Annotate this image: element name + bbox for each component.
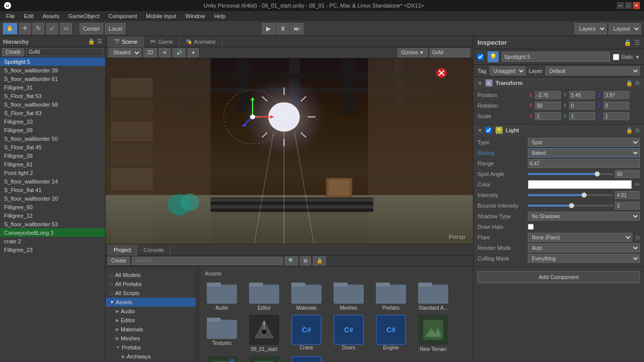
tab-scene[interactable]: 🎬 Scene bbox=[108, 36, 144, 47]
hierarchy-item[interactable]: S_Floor_flat 83 bbox=[0, 109, 105, 117]
project-create-btn[interactable]: Create bbox=[108, 257, 130, 265]
tree-archways[interactable]: ▶ Archways bbox=[118, 352, 196, 361]
menu-mobile-input[interactable]: Mobile Input bbox=[142, 13, 180, 20]
tree-meshes[interactable]: ▶ Meshes bbox=[112, 334, 196, 343]
scale-z-input[interactable] bbox=[603, 112, 629, 120]
lock-btn[interactable]: 🔒 bbox=[313, 256, 326, 265]
shading-select[interactable]: Shaded bbox=[109, 48, 141, 57]
transform-lock-icon[interactable]: 🔒 bbox=[626, 80, 633, 86]
hierarchy-item[interactable]: S_Floor_flat 41 bbox=[0, 186, 105, 194]
scale-x-input[interactable] bbox=[535, 112, 561, 120]
type-select[interactable]: Spot bbox=[528, 138, 640, 147]
2d-btn[interactable]: 2D bbox=[143, 48, 157, 57]
render-mode-select[interactable]: Auto bbox=[528, 243, 640, 252]
menu-assets[interactable]: Assets bbox=[39, 13, 63, 20]
asset-meshes[interactable]: Meshes bbox=[330, 280, 368, 311]
asset-doors[interactable]: C# Doors bbox=[330, 315, 368, 352]
hierarchy-item[interactable]: Filligree_12 bbox=[0, 211, 105, 220]
layer-select[interactable]: Default bbox=[545, 66, 640, 75]
pos-x-input[interactable] bbox=[535, 91, 561, 99]
light-settings-icon[interactable]: ⚙ bbox=[635, 127, 640, 134]
menu-help[interactable]: Help bbox=[210, 13, 229, 20]
rot-x-input[interactable] bbox=[535, 102, 561, 110]
tree-prefabs[interactable]: ▼ Prefabs bbox=[112, 343, 196, 352]
tree-all-prefabs[interactable]: ○ All Prefabs bbox=[106, 280, 196, 289]
light-lock-icon[interactable]: 🔒 bbox=[626, 127, 633, 134]
close-button[interactable]: ✕ bbox=[633, 2, 640, 9]
scale-y-input[interactable] bbox=[569, 112, 595, 120]
inspector-lock-icon[interactable]: 🔒 bbox=[624, 39, 631, 46]
bounce-thumb[interactable] bbox=[569, 203, 574, 208]
menu-edit[interactable]: Edit bbox=[20, 13, 38, 20]
tool-hand[interactable]: ✋ bbox=[3, 23, 17, 34]
intensity-slider[interactable] bbox=[528, 194, 613, 196]
hierarchy-item[interactable]: Filligree_60 bbox=[0, 203, 105, 211]
tab-project[interactable]: Project bbox=[108, 244, 137, 255]
hierarchy-menu-icon[interactable]: ☰ bbox=[97, 38, 102, 45]
hierarchy-item[interactable]: Filligree_23 bbox=[0, 245, 105, 254]
shadow-select[interactable]: No Shadows bbox=[528, 212, 640, 221]
tree-materials[interactable]: ▶ Materials bbox=[112, 325, 196, 334]
tree-all-models[interactable]: ○ All Models bbox=[106, 270, 196, 280]
static-checkbox[interactable] bbox=[613, 54, 619, 60]
project-search[interactable] bbox=[132, 257, 283, 265]
hierarchy-item[interactable]: Filligree_39 bbox=[0, 151, 105, 160]
tree-audio[interactable]: ▶ Audio bbox=[112, 307, 196, 316]
tree-assets[interactable]: ▼ Assets bbox=[106, 298, 196, 307]
spot-angle-thumb[interactable] bbox=[595, 171, 600, 176]
light-enabled-checkbox[interactable] bbox=[486, 127, 492, 133]
flare-select[interactable]: None (Flare) bbox=[528, 233, 632, 242]
step-button[interactable]: ⏭ bbox=[290, 23, 303, 34]
hierarchy-item[interactable]: S_Floor_flat 45 bbox=[0, 143, 105, 151]
layers-select[interactable]: Layers bbox=[575, 23, 607, 34]
tree-editor[interactable]: ▶ Editor bbox=[112, 316, 196, 325]
hierarchy-item[interactable]: S_floor_wallborder 14 bbox=[0, 177, 105, 186]
tool-rect[interactable]: ▭ bbox=[60, 23, 72, 34]
asset-terrain1[interactable]: New Terrain bbox=[414, 315, 452, 352]
hierarchy-item[interactable]: S_floor_wallborder 61 bbox=[0, 74, 105, 83]
asset-textures[interactable]: Textures bbox=[203, 315, 241, 352]
audio-btn[interactable]: 🔊 bbox=[173, 48, 186, 57]
play-button[interactable]: ▶ bbox=[262, 23, 275, 34]
hierarchy-item[interactable]: S_floor_wallborder 50 bbox=[0, 134, 105, 143]
intensity-input[interactable] bbox=[615, 191, 640, 199]
filter-btn[interactable]: ⊞ bbox=[300, 256, 311, 265]
create-button[interactable]: Create bbox=[2, 48, 24, 56]
asset-prefabs[interactable]: Prefabs bbox=[372, 280, 410, 311]
tree-all-scripts[interactable]: ○ All Scripts bbox=[106, 289, 196, 298]
lighting-btn[interactable]: ☀ bbox=[159, 48, 171, 57]
asset-engine[interactable]: C# Engine bbox=[372, 315, 410, 352]
hierarchy-item[interactable]: Filligree_31 bbox=[0, 83, 105, 92]
menu-component[interactable]: Component bbox=[104, 13, 141, 20]
rot-y-input[interactable] bbox=[569, 102, 595, 110]
asset-terrain3[interactable]: New Terrain... bbox=[245, 356, 283, 362]
menu-file[interactable]: File bbox=[2, 13, 19, 20]
color-picker-icon[interactable]: ✏ bbox=[635, 181, 640, 188]
spot-angle-slider[interactable] bbox=[528, 173, 613, 175]
pause-button[interactable]: ⏸ bbox=[276, 23, 289, 34]
scene-view[interactable]: Persp bbox=[106, 58, 473, 244]
pos-z-input[interactable] bbox=[603, 91, 629, 99]
add-component-button[interactable]: Add Component bbox=[477, 271, 640, 283]
object-active-checkbox[interactable] bbox=[477, 54, 484, 60]
color-swatch[interactable] bbox=[528, 180, 632, 189]
tab-console[interactable]: Console bbox=[137, 244, 170, 255]
menu-window[interactable]: Window bbox=[181, 13, 209, 20]
tag-select[interactable]: Untagged bbox=[490, 66, 526, 75]
hierarchy-item[interactable]: Point light 2 bbox=[0, 168, 105, 177]
flare-target-icon[interactable]: ◎ bbox=[635, 234, 640, 241]
hierarchy-item[interactable]: S_floor_wallborder 39 bbox=[0, 66, 105, 74]
minimize-button[interactable]: — bbox=[617, 2, 624, 9]
asset-crane[interactable]: C# Crane bbox=[287, 315, 326, 352]
hierarchy-item[interactable]: ConveyorbeltLong 3 bbox=[0, 228, 105, 237]
asset-materials[interactable]: Materials bbox=[287, 280, 326, 311]
culling-select[interactable]: Everything bbox=[528, 254, 640, 263]
asset-unity-file[interactable]: 08_01_start bbox=[245, 315, 283, 352]
tool-move[interactable]: ✛ bbox=[19, 23, 31, 34]
pivot-center-btn[interactable]: Center bbox=[79, 23, 103, 34]
static-dropdown-icon[interactable]: ▼ bbox=[635, 54, 640, 60]
asset-snapping[interactable]: C# SnappingCr... bbox=[287, 356, 326, 362]
hierarchy-item[interactable]: Filligree_09 bbox=[0, 126, 105, 134]
object-name-input[interactable] bbox=[502, 52, 610, 62]
hierarchy-item[interactable]: Spotlight 5 bbox=[0, 57, 105, 66]
